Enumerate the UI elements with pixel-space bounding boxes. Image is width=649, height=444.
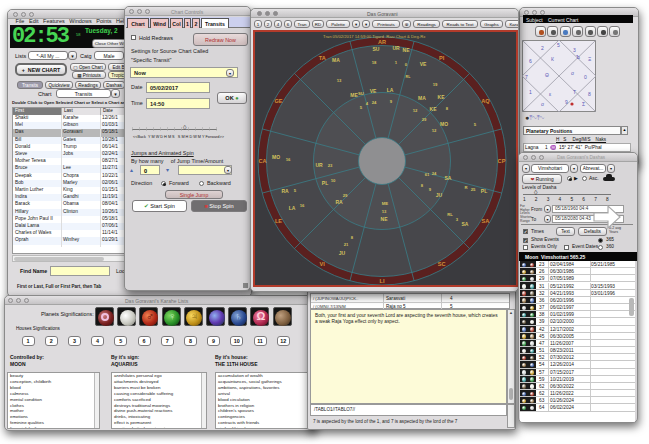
svg-text:AR: AR bbox=[378, 39, 386, 45]
svg-text:25: 25 bbox=[471, 187, 476, 192]
svg-text:MA: MA bbox=[332, 57, 340, 63]
svg-text:1: 1 bbox=[529, 89, 532, 95]
svg-text:MO: MO bbox=[440, 121, 448, 127]
svg-text:SA: SA bbox=[462, 221, 469, 227]
svg-text:29: 29 bbox=[422, 117, 427, 122]
svg-text:VE: VE bbox=[420, 61, 427, 67]
svg-text:0: 0 bbox=[584, 74, 587, 80]
svg-text:VI: VI bbox=[320, 261, 326, 267]
svg-text:R: R bbox=[464, 185, 467, 190]
svg-text:LA: LA bbox=[387, 87, 394, 93]
svg-text:RA: RA bbox=[335, 199, 343, 205]
svg-text:KE: KE bbox=[438, 94, 446, 100]
svg-text:T: T bbox=[573, 89, 576, 95]
svg-text:5: 5 bbox=[557, 42, 560, 48]
svg-text:SC: SC bbox=[438, 261, 446, 267]
svg-text:GE: GE bbox=[274, 98, 282, 104]
svg-text:TA: TA bbox=[319, 55, 326, 61]
svg-text:SU: SU bbox=[373, 46, 380, 52]
svg-text:19: 19 bbox=[433, 82, 438, 87]
svg-text:PL: PL bbox=[481, 188, 487, 194]
svg-text:PL: PL bbox=[322, 180, 328, 186]
svg-text:SU: SU bbox=[358, 91, 364, 96]
svg-text:RL: RL bbox=[406, 75, 412, 79]
svg-text:7: 7 bbox=[525, 74, 528, 80]
svg-text:12: 12 bbox=[432, 128, 437, 133]
svg-text:VE: VE bbox=[370, 88, 377, 94]
svg-text:12: 12 bbox=[413, 108, 418, 113]
svg-text:SA: SA bbox=[445, 175, 452, 181]
svg-text:UR: UR bbox=[392, 45, 400, 51]
svg-text:16: 16 bbox=[300, 203, 305, 208]
svg-text:8: 8 bbox=[588, 91, 591, 97]
svg-text:29: 29 bbox=[343, 193, 348, 198]
svg-text:CP: CP bbox=[498, 158, 506, 164]
svg-text:SA: SA bbox=[482, 218, 490, 224]
svg-text:18: 18 bbox=[372, 60, 377, 65]
svg-text:JU: JU bbox=[436, 192, 443, 198]
svg-text:6: 6 bbox=[529, 58, 532, 64]
svg-text:MO: MO bbox=[272, 154, 280, 160]
svg-text:2: 2 bbox=[541, 45, 544, 51]
svg-text:JU: JU bbox=[339, 250, 346, 256]
svg-text:16: 16 bbox=[286, 157, 291, 162]
svg-text:LE: LE bbox=[275, 218, 282, 224]
svg-text:Σ: Σ bbox=[582, 101, 585, 107]
svg-text:24: 24 bbox=[432, 171, 437, 176]
svg-text:NE: NE bbox=[403, 47, 411, 53]
svg-text:61: 61 bbox=[425, 172, 430, 177]
svg-text:RL: RL bbox=[447, 212, 453, 217]
svg-text:21: 21 bbox=[344, 242, 349, 247]
svg-text:К: К bbox=[551, 56, 554, 62]
svg-text:PI: PI bbox=[439, 55, 445, 61]
svg-text:LA: LA bbox=[289, 205, 296, 211]
svg-text:13: 13 bbox=[337, 78, 342, 83]
svg-text:MA: MA bbox=[418, 95, 426, 101]
svg-text:Ъ: Ъ bbox=[576, 54, 580, 60]
svg-text:Θ: Θ bbox=[545, 72, 549, 78]
svg-text:NE: NE bbox=[381, 216, 389, 222]
svg-text:13: 13 bbox=[382, 209, 387, 214]
svg-text:CA: CA bbox=[258, 158, 266, 164]
svg-text:KE: KE bbox=[430, 106, 438, 112]
svg-text:24: 24 bbox=[372, 100, 377, 105]
svg-text:AQ: AQ bbox=[481, 98, 490, 104]
svg-text:RA: RA bbox=[281, 188, 289, 194]
svg-text:LI: LI bbox=[380, 278, 385, 284]
svg-text:10: 10 bbox=[331, 178, 336, 183]
svg-text:23: 23 bbox=[328, 163, 333, 168]
svg-text:ME: ME bbox=[382, 201, 389, 206]
svg-text:3: 3 bbox=[573, 47, 576, 53]
svg-text:UR: UR bbox=[315, 162, 323, 168]
svg-text:9: 9 bbox=[565, 99, 568, 105]
